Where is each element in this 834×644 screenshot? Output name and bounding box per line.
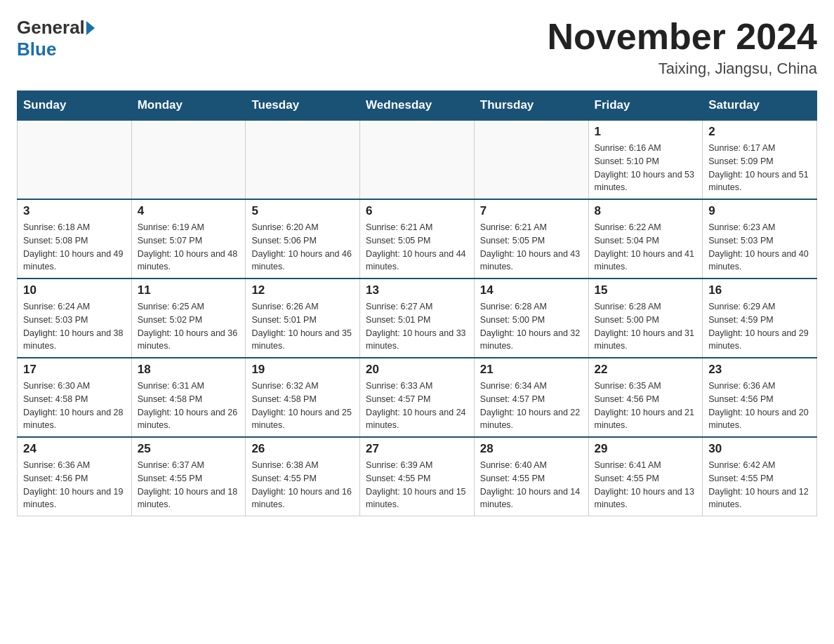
calendar-day-cell: 15Sunrise: 6:28 AMSunset: 5:00 PMDayligh…: [588, 279, 703, 358]
calendar-day-cell: 30Sunrise: 6:42 AMSunset: 4:55 PMDayligh…: [703, 437, 817, 516]
calendar-day-cell: [131, 120, 246, 199]
calendar-day-header: Saturday: [703, 91, 817, 121]
calendar-day-header: Thursday: [474, 91, 588, 121]
calendar-day-header: Monday: [131, 91, 246, 121]
day-info: Sunrise: 6:22 AMSunset: 5:04 PMDaylight:…: [595, 221, 697, 274]
day-info: Sunrise: 6:23 AMSunset: 5:03 PMDaylight:…: [708, 221, 811, 274]
day-number: 11: [138, 283, 240, 297]
day-info: Sunrise: 6:32 AMSunset: 4:58 PMDaylight:…: [251, 380, 354, 432]
day-number: 1: [595, 125, 697, 139]
day-info: Sunrise: 6:33 AMSunset: 4:57 PMDaylight:…: [366, 380, 468, 432]
day-info: Sunrise: 6:36 AMSunset: 4:56 PMDaylight:…: [23, 459, 126, 511]
calendar-week-row: 3Sunrise: 6:18 AMSunset: 5:08 PMDaylight…: [18, 199, 817, 279]
location-subtitle: Taixing, Jiangsu, China: [548, 60, 817, 78]
day-info: Sunrise: 6:21 AMSunset: 5:05 PMDaylight:…: [480, 221, 583, 274]
day-info: Sunrise: 6:40 AMSunset: 4:55 PMDaylight:…: [480, 459, 583, 511]
calendar-day-header: Friday: [588, 91, 703, 121]
calendar-day-cell: 2Sunrise: 6:17 AMSunset: 5:09 PMDaylight…: [703, 120, 817, 199]
day-number: 9: [708, 204, 811, 218]
day-number: 10: [23, 283, 126, 297]
day-number: 6: [366, 204, 468, 218]
day-number: 27: [366, 442, 468, 456]
day-number: 26: [251, 442, 354, 456]
calendar-day-cell: 12Sunrise: 6:26 AMSunset: 5:01 PMDayligh…: [246, 279, 360, 358]
day-info: Sunrise: 6:24 AMSunset: 5:03 PMDaylight:…: [23, 300, 126, 353]
day-info: Sunrise: 6:29 AMSunset: 4:59 PMDaylight:…: [708, 300, 811, 353]
calendar-day-cell: 28Sunrise: 6:40 AMSunset: 4:55 PMDayligh…: [474, 437, 588, 516]
page-header: General Blue November 2024 Taixing, Jian…: [17, 17, 817, 78]
day-number: 19: [251, 363, 354, 377]
calendar-day-cell: 14Sunrise: 6:28 AMSunset: 5:00 PMDayligh…: [474, 279, 588, 358]
calendar-day-cell: 27Sunrise: 6:39 AMSunset: 4:55 PMDayligh…: [360, 437, 475, 516]
day-number: 15: [595, 283, 697, 297]
day-info: Sunrise: 6:19 AMSunset: 5:07 PMDaylight:…: [138, 221, 240, 274]
day-number: 2: [708, 125, 811, 139]
calendar-day-cell: 10Sunrise: 6:24 AMSunset: 5:03 PMDayligh…: [18, 279, 132, 358]
day-number: 5: [251, 204, 354, 218]
calendar-day-cell: 7Sunrise: 6:21 AMSunset: 5:05 PMDaylight…: [474, 199, 588, 279]
calendar-week-row: 17Sunrise: 6:30 AMSunset: 4:58 PMDayligh…: [18, 358, 817, 437]
day-number: 8: [595, 204, 697, 218]
day-info: Sunrise: 6:34 AMSunset: 4:57 PMDaylight:…: [480, 380, 583, 432]
day-info: Sunrise: 6:31 AMSunset: 4:58 PMDaylight:…: [138, 380, 240, 432]
day-number: 18: [138, 363, 240, 377]
calendar-day-cell: 29Sunrise: 6:41 AMSunset: 4:55 PMDayligh…: [588, 437, 703, 516]
day-number: 16: [708, 283, 811, 297]
day-info: Sunrise: 6:38 AMSunset: 4:55 PMDaylight:…: [251, 459, 354, 511]
calendar-day-cell: 19Sunrise: 6:32 AMSunset: 4:58 PMDayligh…: [246, 358, 360, 437]
calendar-day-cell: [360, 120, 475, 199]
day-info: Sunrise: 6:30 AMSunset: 4:58 PMDaylight:…: [23, 380, 126, 432]
day-info: Sunrise: 6:28 AMSunset: 5:00 PMDaylight:…: [595, 300, 697, 353]
day-number: 13: [366, 283, 468, 297]
calendar-day-cell: 11Sunrise: 6:25 AMSunset: 5:02 PMDayligh…: [131, 279, 246, 358]
title-section: November 2024 Taixing, Jiangsu, China: [548, 17, 817, 78]
day-number: 12: [251, 283, 354, 297]
calendar-day-header: Sunday: [18, 91, 132, 121]
day-info: Sunrise: 6:35 AMSunset: 4:56 PMDaylight:…: [595, 380, 697, 432]
day-info: Sunrise: 6:16 AMSunset: 5:10 PMDaylight:…: [595, 142, 697, 194]
calendar-day-cell: 22Sunrise: 6:35 AMSunset: 4:56 PMDayligh…: [588, 358, 703, 437]
calendar-day-cell: 17Sunrise: 6:30 AMSunset: 4:58 PMDayligh…: [18, 358, 132, 437]
calendar-header-row: SundayMondayTuesdayWednesdayThursdayFrid…: [18, 91, 817, 121]
calendar-week-row: 1Sunrise: 6:16 AMSunset: 5:10 PMDaylight…: [18, 120, 817, 199]
logo-blue-text: Blue: [17, 39, 56, 60]
day-info: Sunrise: 6:39 AMSunset: 4:55 PMDaylight:…: [366, 459, 468, 511]
calendar-day-cell: 8Sunrise: 6:22 AMSunset: 5:04 PMDaylight…: [588, 199, 703, 279]
day-info: Sunrise: 6:27 AMSunset: 5:01 PMDaylight:…: [366, 300, 468, 353]
day-number: 4: [138, 204, 240, 218]
calendar-day-cell: 9Sunrise: 6:23 AMSunset: 5:03 PMDaylight…: [703, 199, 817, 279]
day-info: Sunrise: 6:37 AMSunset: 4:55 PMDaylight:…: [138, 459, 240, 511]
calendar-day-cell: [246, 120, 360, 199]
calendar-day-cell: [474, 120, 588, 199]
day-number: 25: [138, 442, 240, 456]
day-number: 29: [595, 442, 697, 456]
calendar-day-header: Wednesday: [360, 91, 475, 121]
day-info: Sunrise: 6:20 AMSunset: 5:06 PMDaylight:…: [251, 221, 354, 274]
calendar-day-cell: 5Sunrise: 6:20 AMSunset: 5:06 PMDaylight…: [246, 199, 360, 279]
calendar-week-row: 10Sunrise: 6:24 AMSunset: 5:03 PMDayligh…: [18, 279, 817, 358]
calendar-day-cell: 25Sunrise: 6:37 AMSunset: 4:55 PMDayligh…: [131, 437, 246, 516]
day-info: Sunrise: 6:25 AMSunset: 5:02 PMDaylight:…: [138, 300, 240, 353]
calendar-day-cell: 26Sunrise: 6:38 AMSunset: 4:55 PMDayligh…: [246, 437, 360, 516]
day-info: Sunrise: 6:17 AMSunset: 5:09 PMDaylight:…: [708, 142, 811, 194]
calendar-week-row: 24Sunrise: 6:36 AMSunset: 4:56 PMDayligh…: [18, 437, 817, 516]
day-info: Sunrise: 6:21 AMSunset: 5:05 PMDaylight:…: [366, 221, 468, 274]
day-info: Sunrise: 6:18 AMSunset: 5:08 PMDaylight:…: [23, 221, 126, 274]
day-info: Sunrise: 6:41 AMSunset: 4:55 PMDaylight:…: [595, 459, 697, 511]
calendar-day-header: Tuesday: [246, 91, 360, 121]
day-info: Sunrise: 6:42 AMSunset: 4:55 PMDaylight:…: [708, 459, 811, 511]
calendar-day-cell: 21Sunrise: 6:34 AMSunset: 4:57 PMDayligh…: [474, 358, 588, 437]
day-number: 30: [708, 442, 811, 456]
day-number: 22: [595, 363, 697, 377]
day-number: 23: [708, 363, 811, 377]
logo-arrow-icon: [86, 21, 95, 35]
day-info: Sunrise: 6:28 AMSunset: 5:00 PMDaylight:…: [480, 300, 583, 353]
logo: General Blue: [17, 17, 96, 60]
calendar-day-cell: 4Sunrise: 6:19 AMSunset: 5:07 PMDaylight…: [131, 199, 246, 279]
day-number: 24: [23, 442, 126, 456]
day-number: 14: [480, 283, 583, 297]
day-number: 20: [366, 363, 468, 377]
calendar-day-cell: 1Sunrise: 6:16 AMSunset: 5:10 PMDaylight…: [588, 120, 703, 199]
day-number: 17: [23, 363, 126, 377]
day-number: 3: [23, 204, 126, 218]
